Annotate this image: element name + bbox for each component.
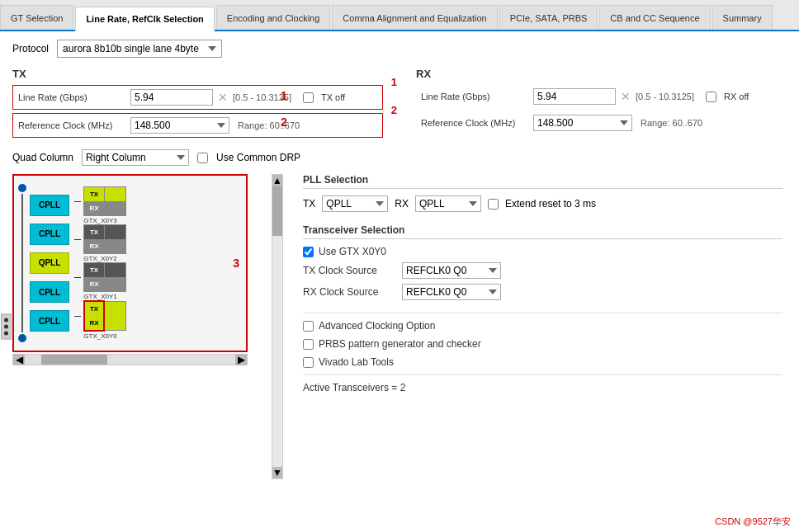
tab-summary[interactable]: Summary bbox=[712, 5, 773, 30]
transceiver-section: Transceiver Selection Use GTX X0Y0 TX Cl… bbox=[303, 224, 782, 300]
tx-clock-select[interactable]: REFCLK0 Q0 bbox=[402, 262, 501, 279]
gtx-x0y2-label: GTX_X0Y2 bbox=[83, 255, 116, 262]
tx-clock-label: TX Clock Source bbox=[303, 265, 394, 276]
rx-clock-row: RX Clock Source REFCLK0 Q0 bbox=[303, 284, 782, 300]
protocol-row: Protocol aurora 8b10b single lane 4byte bbox=[12, 40, 787, 58]
quad-select[interactable]: Right Column bbox=[82, 149, 189, 166]
transceiver-section-title: Transceiver Selection bbox=[303, 224, 782, 239]
adv-clocking-checkbox[interactable] bbox=[303, 321, 314, 332]
pll-tx-select[interactable]: QPLL CPLL bbox=[322, 195, 388, 212]
rx-off-checkbox[interactable] bbox=[706, 92, 716, 102]
rx-line-rate-clear-icon[interactable]: ✕ bbox=[621, 90, 631, 103]
pll-tx-label: TX bbox=[303, 198, 315, 210]
tx-ref-clock-range: Range: 60..670 bbox=[238, 120, 300, 130]
tab-pcie-sata[interactable]: PCIe, SATA, PRBS bbox=[499, 5, 598, 30]
gtx-x0y0-label: GTX_X0Y0 bbox=[83, 332, 116, 340]
quad-label: Quad Column bbox=[12, 152, 73, 163]
badge-1: 1 bbox=[391, 76, 397, 88]
pll-section-title: PLL Selection bbox=[303, 174, 782, 189]
badge-2: 2 bbox=[391, 104, 397, 116]
gtx-x0y2: TX RX GTX_X0Y2 bbox=[74, 224, 126, 262]
rx-line-rate-input[interactable] bbox=[533, 88, 616, 105]
gtx-x0y0: TX RX GTX_X0Y0 bbox=[74, 300, 126, 340]
rx-clock-label: RX Clock Source bbox=[303, 286, 394, 298]
arrow-dot-1 bbox=[4, 318, 8, 322]
prbs-row: PRBS pattern generator and checker bbox=[303, 338, 782, 350]
pll-row: TX QPLL CPLL RX QPLL CPLL Extend reset t… bbox=[303, 195, 782, 212]
tab-gt-selection[interactable]: GT Selection bbox=[0, 5, 73, 30]
rx-line-rate-label: Line Rate (Gbps) bbox=[421, 92, 528, 101]
rx-title: RX bbox=[416, 68, 787, 80]
cpll-block-top: CPLL bbox=[30, 195, 69, 216]
vivado-lab-row: Vivado Lab Tools bbox=[303, 356, 782, 368]
protocol-label: Protocol bbox=[12, 43, 49, 54]
tab-line-rate[interactable]: Line Rate, RefClk Selection bbox=[75, 7, 214, 31]
use-gtx-row: Use GTX X0Y0 bbox=[303, 246, 782, 257]
tx-line-rate-clear-icon[interactable]: ✕ bbox=[218, 91, 228, 104]
gtx-x0y1: TX RX GTX_X0Y1 bbox=[74, 262, 126, 300]
qpll-block: QPLL bbox=[30, 252, 69, 274]
cpll-block-3: CPLL bbox=[30, 281, 69, 303]
badge-2-overlay: 2 bbox=[281, 115, 287, 129]
pll-rx-label: RX bbox=[395, 198, 409, 210]
gtx-x0y1-label: GTX_X0Y1 bbox=[83, 293, 116, 300]
scroll-left-arrow[interactable] bbox=[1, 314, 12, 340]
arrow-dot-2 bbox=[4, 325, 8, 329]
protocol-select[interactable]: aurora 8b10b single lane 4byte bbox=[57, 40, 222, 58]
diagram-panel: CPLL CPLL QPLL CPLL CPLL bbox=[12, 174, 248, 352]
vivado-lab-checkbox[interactable] bbox=[303, 357, 314, 368]
tab-cb-cc[interactable]: CB and CC Sequence bbox=[599, 5, 710, 30]
use-gtx-checkbox[interactable] bbox=[303, 247, 314, 257]
arrow-dot-3 bbox=[4, 332, 8, 336]
bus-dot-bottom bbox=[18, 334, 26, 342]
adv-clocking-label: Advanced Clocking Option bbox=[319, 320, 435, 332]
rx-ref-clock-range: Range: 60..670 bbox=[641, 118, 702, 128]
tx-ref-clock-label: Reference Clock (MHz) bbox=[18, 120, 125, 130]
tab-comma-align[interactable]: Comma Alignment and Equalization bbox=[332, 5, 497, 30]
use-gtx-label: Use GTX X0Y0 bbox=[319, 246, 386, 257]
tabs-bar: GT Selection Line Rate, RefClk Selection… bbox=[0, 0, 799, 31]
badge-1-overlay: 1 bbox=[281, 89, 287, 102]
vivado-lab-label: Vivado Lab Tools bbox=[319, 356, 394, 368]
use-common-drp-checkbox[interactable] bbox=[197, 153, 208, 163]
scroll-left-btn[interactable]: ◀ bbox=[13, 354, 25, 365]
rx-off-label: RX off bbox=[724, 92, 749, 101]
tx-title: TX bbox=[12, 68, 383, 80]
bus-dot-top bbox=[18, 184, 26, 192]
extend-reset-checkbox[interactable] bbox=[488, 199, 499, 210]
gtx-x0y3: TX RX GTX_X0Y3 bbox=[74, 186, 126, 224]
horizontal-scrollbar[interactable]: ◀ ▶ bbox=[12, 354, 248, 365]
extend-reset-label: Extend reset to 3 ms bbox=[505, 198, 596, 210]
adv-clocking-row: Advanced Clocking Option bbox=[303, 320, 782, 332]
tx-ref-clock-select[interactable]: 148.500 bbox=[130, 117, 229, 134]
pll-section: PLL Selection TX QPLL CPLL RX QPLL CPLL … bbox=[303, 174, 782, 212]
use-common-drp-label: Use Common DRP bbox=[216, 152, 300, 163]
vertical-scrollbar[interactable]: ▲ ▼ bbox=[272, 174, 283, 479]
active-transceivers: Active Transceivers = 2 bbox=[303, 382, 782, 393]
rx-ref-clock-select[interactable]: 148.500 bbox=[533, 115, 632, 131]
cpll-block-2: CPLL bbox=[30, 224, 69, 245]
watermark: CSDN @9527华安 bbox=[715, 516, 791, 528]
quad-row: Quad Column Right Column Use Common DRP bbox=[12, 149, 787, 166]
rx-clock-select[interactable]: REFCLK0 Q0 bbox=[402, 284, 501, 300]
tab-encoding[interactable]: Encoding and Clocking bbox=[216, 5, 331, 30]
tx-clock-row: TX Clock Source REFCLK0 Q0 bbox=[303, 262, 782, 279]
tx-off-label: TX off bbox=[321, 92, 345, 102]
tx-off-checkbox[interactable] bbox=[303, 92, 314, 103]
pll-rx-select[interactable]: QPLL CPLL bbox=[415, 195, 481, 212]
cpll-block-4: CPLL bbox=[30, 310, 69, 332]
right-panel: PLL Selection TX QPLL CPLL RX QPLL CPLL … bbox=[299, 174, 787, 479]
gtx-x0y3-label: GTX_X0Y3 bbox=[83, 217, 116, 224]
tx-line-rate-label: Line Rate (Gbps) bbox=[18, 92, 125, 102]
rx-ref-clock-label: Reference Clock (MHz) bbox=[421, 118, 528, 128]
tx-line-rate-input[interactable] bbox=[130, 89, 213, 106]
prbs-checkbox[interactable] bbox=[303, 339, 314, 350]
badge-3: 3 bbox=[233, 257, 239, 270]
bus-line bbox=[21, 194, 23, 332]
rx-line-rate-range: [0.5 - 10.3125] bbox=[636, 92, 694, 101]
prbs-label: PRBS pattern generator and checker bbox=[319, 338, 481, 350]
scroll-right-btn[interactable]: ▶ bbox=[235, 354, 247, 365]
